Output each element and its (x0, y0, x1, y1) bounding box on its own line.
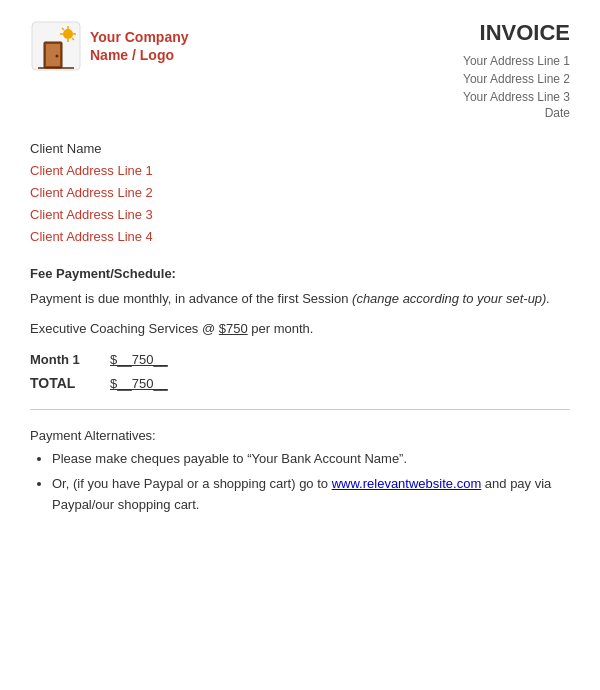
address-line-1: Your Address Line 1 (463, 52, 570, 70)
fee-section: Fee Payment/Schedule: Payment is due mon… (30, 266, 570, 336)
total-value: $__750__ (110, 376, 168, 391)
payment-alternatives-section: Payment Alternatives: Please make cheque… (30, 428, 570, 515)
fee-text-normal: Payment is due monthly, in advance of th… (30, 291, 348, 306)
address-line-2: Your Address Line 2 (463, 70, 570, 88)
fee-heading: Fee Payment/Schedule: (30, 266, 570, 281)
month-label: Month 1 (30, 352, 110, 367)
payment-list-item-2: Or, (if you have Paypal or a shopping ca… (52, 474, 570, 516)
client-section: Client Name Client Address Line 1 Client… (30, 138, 570, 248)
services-amount: $750 (219, 321, 248, 336)
company-logo-icon (30, 20, 82, 72)
client-address-3: Client Address Line 3 (30, 204, 570, 226)
header-right: INVOICE Your Address Line 1 Your Address… (463, 20, 570, 120)
month-value: $__750__ (110, 352, 168, 367)
svg-point-1 (63, 29, 73, 39)
bullet-1-text: Please make cheques payable to “Your Ban… (52, 451, 407, 466)
services-before: Executive Coaching Services @ (30, 321, 219, 336)
services-after: per month. (248, 321, 314, 336)
invoice-header: Your Company Name / Logo INVOICE Your Ad… (30, 20, 570, 120)
payment-alternatives-heading: Payment Alternatives: (30, 428, 570, 443)
total-label: TOTAL (30, 375, 110, 391)
address-line-3: Your Address Line 3 (463, 88, 570, 106)
month-row: Month 1 $__750__ (30, 352, 570, 367)
bullet-2-before: Or, (if you have Paypal or a shopping ca… (52, 476, 332, 491)
payment-list-item-1: Please make cheques payable to “Your Ban… (52, 449, 570, 470)
fee-payment-text: Payment is due monthly, in advance of th… (30, 289, 570, 309)
client-address-1: Client Address Line 1 (30, 160, 570, 182)
fee-text-italic: (change according to your set-up). (348, 291, 550, 306)
payment-list: Please make cheques payable to “Your Ban… (30, 449, 570, 515)
client-name: Client Name (30, 138, 570, 160)
client-address-2: Client Address Line 2 (30, 182, 570, 204)
services-text: Executive Coaching Services @ $750 per m… (30, 321, 570, 336)
section-divider (30, 409, 570, 410)
svg-point-10 (56, 55, 59, 58)
billing-table: Month 1 $__750__ TOTAL $__750__ (30, 352, 570, 391)
invoice-title: INVOICE (463, 20, 570, 46)
company-name: Your Company Name / Logo (90, 28, 189, 64)
client-address-4: Client Address Line 4 (30, 226, 570, 248)
total-row: TOTAL $__750__ (30, 375, 570, 391)
date-label: Date (463, 106, 570, 120)
relevant-website-link[interactable]: www.relevantwebsite.com (332, 476, 482, 491)
logo-area: Your Company Name / Logo (30, 20, 189, 72)
